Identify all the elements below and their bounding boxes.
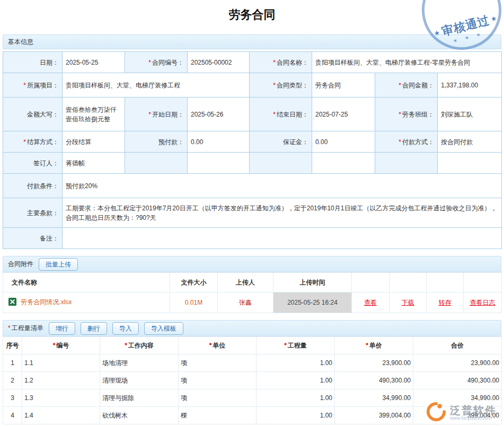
- add-row-button[interactable]: 增行: [49, 322, 75, 335]
- form-row: 主要条款： 工期要求：本分包工程定于2019年7月20日开工（以甲方签发的开工通…: [3, 198, 502, 228]
- boq-content: 场地清理: [100, 354, 179, 372]
- labor-team-label-text: 劳务班组：: [402, 111, 434, 118]
- end-date-value: 2025-07-25: [312, 97, 375, 131]
- attachment-actions-cell: 转存: [427, 292, 464, 313]
- amount-words-label: 金额大写：: [3, 97, 63, 131]
- attachments-table: 文件名称 文件大小 上传人 上传时间 劳务合同情况.xlsx 0.01M 张鑫 …: [3, 272, 502, 313]
- deposit-label: 保证金：: [250, 131, 312, 153]
- empty-value-cell: [438, 153, 502, 174]
- boq-row: 1 1.1 场地清理 项 1.00 23,900.00 23,900.00: [3, 354, 502, 372]
- required-asterisk: *: [273, 82, 276, 89]
- prepayment-value: 0.00: [188, 131, 250, 153]
- section-boq-title: *工程量清单: [8, 324, 43, 333]
- required-asterisk: *: [23, 138, 26, 146]
- boq-seq: 4: [3, 407, 22, 424]
- empty-value-cell: [312, 153, 375, 174]
- actions-header-cell: [464, 273, 502, 292]
- content-header: *工作内容: [100, 337, 179, 354]
- signer-label: 签订人：: [3, 153, 63, 174]
- page-title: 劳务合同: [0, 0, 504, 28]
- boq-row: 2 1.2 清理现场 项 1.00 490,300.00 490,300.00: [3, 372, 502, 389]
- import-template-button[interactable]: 导入模板: [144, 322, 183, 335]
- file-size-header: 文件大小: [170, 273, 218, 292]
- required-asterisk: *: [148, 111, 151, 118]
- contract-name-value: 贵阳项目样板间、大堂、电梯厅装修工程-零星劳务合同: [312, 52, 502, 73]
- empty-label-cell: [250, 153, 312, 174]
- section-boq-title-text: 工程量清单: [12, 324, 43, 332]
- batch-upload-button[interactable]: 批量上传: [39, 258, 78, 271]
- attachment-upload-time: 2025-05-25 16:24: [273, 292, 352, 313]
- section-attachments-title: 合同附件: [8, 260, 33, 269]
- form-row: 付款条件： 预付款20%: [3, 174, 502, 198]
- boq-unit-price: 34,990.00: [335, 389, 413, 407]
- boq-content: 清理现场: [100, 372, 179, 389]
- project-label-text: 所属项目：: [27, 82, 59, 89]
- boq-unit: 项: [179, 372, 257, 389]
- contract-type-value: 劳务合同: [312, 73, 375, 97]
- amount-words-value: 壹佰叁拾叁万柒仟壹佰玖拾捌元整: [63, 97, 125, 131]
- quantity-header-text: 工程量: [288, 342, 307, 349]
- attachment-size: 0.01M: [170, 292, 218, 313]
- deposit-value: 0.00: [312, 131, 375, 153]
- remark-label-text: 备注：: [40, 235, 59, 242]
- boq-seq: 3: [3, 389, 22, 407]
- file-name-header: 文件名称: [3, 273, 170, 292]
- upload-time-header: 上传时间: [273, 273, 352, 292]
- required-asterisk: *: [148, 59, 151, 66]
- form-row: 备注：: [3, 228, 502, 249]
- contract-amount-value: 1,337,198.00: [438, 73, 502, 97]
- attachments-header-row: 文件名称 文件大小 上传人 上传时间: [3, 273, 502, 292]
- main-clauses-value: 工期要求：本分包工程定于2019年7月20日开工（以甲方签发的开工通知为准），定…: [63, 198, 502, 228]
- form-row: 签订人： 蒋德帧: [3, 153, 502, 174]
- payment-terms-value: 预付款20%: [63, 174, 502, 198]
- code-header: *编号: [22, 337, 100, 354]
- boq-code: 1.3: [22, 389, 100, 407]
- empty-value-cell: [188, 153, 250, 174]
- section-basic-info-bar: 基本信息: [3, 34, 501, 49]
- unit-header: *单位: [179, 337, 257, 354]
- view-log-link[interactable]: 查看日志: [470, 299, 496, 306]
- main-clauses-label-text: 主要条款：: [27, 209, 59, 217]
- form-row: 日期： 2025-05-25 *合同编号： 202505-00002 *合同名称…: [3, 52, 502, 73]
- attachment-file-link[interactable]: 劳务合同情况.xlsx: [21, 298, 72, 306]
- view-link[interactable]: 查看: [364, 299, 377, 306]
- actions-header-cell: [390, 273, 427, 292]
- form-row: *所属项目： 贵阳项目样板间、大堂、电梯厅装修工程 *合同类型： 劳务合同 *合…: [3, 73, 502, 97]
- delete-row-button[interactable]: 删行: [81, 322, 107, 335]
- transfer-link[interactable]: 转存: [439, 299, 452, 306]
- boq-unit-price: 490,300.00: [335, 372, 413, 389]
- contract-amount-label-text: 合同金额：: [402, 82, 434, 89]
- payment-method-label: *付款方式：: [375, 131, 438, 153]
- uploader-header: 上传人: [218, 273, 273, 292]
- signer-label-text: 签订人：: [33, 159, 59, 167]
- unit-price-header: *单价: [335, 337, 413, 354]
- actions-header-cell: [352, 273, 390, 292]
- boq-unit-price: 399,004.00: [335, 407, 413, 424]
- contract-no-label: *合同编号：: [125, 52, 188, 73]
- payment-method-label-text: 付款方式：: [402, 138, 434, 146]
- start-date-label-text: 开始日期：: [152, 111, 184, 118]
- required-asterisk: *: [209, 342, 212, 349]
- attachment-actions-cell: 查看: [352, 292, 390, 313]
- contract-type-label: *合同类型：: [250, 73, 312, 97]
- boq-unit: 项: [179, 389, 257, 407]
- boq-seq: 1: [3, 354, 22, 372]
- boq-seq: 2: [3, 372, 22, 389]
- boq-total: 490,300.00: [413, 372, 502, 389]
- remark-label: 备注：: [3, 228, 63, 249]
- attachment-row: 劳务合同情况.xlsx 0.01M 张鑫 2025-05-25 16:24 查看…: [3, 292, 502, 313]
- unit-header-text: 单位: [213, 342, 225, 349]
- contract-name-label-text: 合同名称：: [277, 59, 308, 66]
- date-label-text: 日期：: [40, 59, 59, 66]
- boq-total: 399,004.00: [413, 407, 502, 424]
- date-label: 日期：: [3, 52, 63, 73]
- import-button[interactable]: 导入: [112, 322, 139, 335]
- payment-method-value: 按合同付款: [438, 131, 502, 153]
- required-asterisk: *: [53, 342, 56, 349]
- required-asterisk: *: [125, 342, 127, 349]
- signer-value: 蒋德帧: [63, 153, 125, 174]
- required-asterisk: *: [273, 111, 276, 118]
- download-link[interactable]: 下载: [402, 299, 414, 306]
- basic-info-table: 日期： 2025-05-25 *合同编号： 202505-00002 *合同名称…: [3, 51, 502, 249]
- attachment-actions-cell: 下载: [390, 292, 427, 313]
